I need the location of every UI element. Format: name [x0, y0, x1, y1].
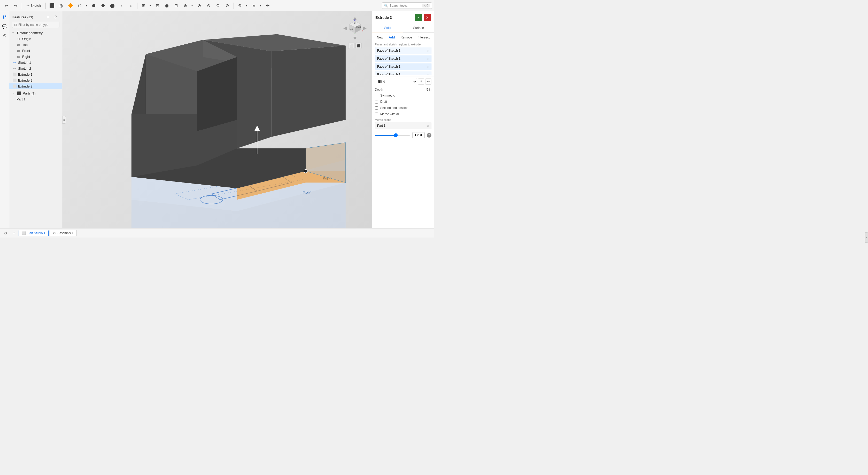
tree-row-sketch2[interactable]: ✏ Sketch 2	[9, 66, 62, 71]
merge-all-checkbox[interactable]	[375, 112, 378, 116]
depth-value: 5 in	[421, 88, 431, 91]
toolbar-icon-10[interactable]: ⊞	[140, 2, 148, 10]
tree-row-part1[interactable]: Part 1	[9, 96, 62, 102]
tree-toggle-parts: ▾	[12, 92, 16, 95]
toolbar-dropdown-3: ⊕ ▾	[181, 2, 194, 10]
edge-handle-dot[interactable]	[304, 169, 307, 173]
symmetric-checkbox[interactable]	[375, 94, 378, 97]
redo-button[interactable]: ↪	[11, 2, 20, 10]
nav-cube[interactable]: Z Left Front Y X Z ⬜ ⬛	[342, 15, 368, 41]
draft-checkbox[interactable]	[375, 100, 378, 104]
toolbar-icon-15[interactable]: ⊗	[195, 2, 204, 10]
tree-row-extrude2[interactable]: ⬜ Extrude 2	[9, 77, 62, 83]
view-cube-btn-1[interactable]: ⬜	[348, 43, 354, 49]
history-icon-button[interactable]: ⏱	[1, 32, 8, 39]
view-cube-btn-2[interactable]: ⬛	[355, 43, 362, 49]
tree-row-default-geometry[interactable]: ▾ Default geometry	[9, 30, 62, 36]
toolbar-icon-7[interactable]: ⬤	[108, 2, 117, 10]
symmetric-label[interactable]: Symmetric	[380, 94, 395, 97]
draft-label[interactable]: Draft	[380, 100, 387, 104]
settings-gear-button[interactable]: ⚙	[2, 230, 9, 237]
nav-arrow-left[interactable]	[343, 27, 347, 30]
tree-row-sketch1[interactable]: ✏ Sketch 1	[9, 60, 62, 66]
tree-row-extrude1[interactable]: ⬜ Extrude 1	[9, 71, 62, 77]
second-end-checkbox[interactable]	[375, 106, 378, 110]
toolbar-separator-4	[234, 3, 234, 9]
tree-row-front[interactable]: ▭ Front	[9, 48, 62, 54]
merge-all-label[interactable]: Merge with all	[380, 112, 399, 116]
toolbar-icon-16[interactable]: ⊘	[205, 2, 213, 10]
filter-input[interactable]	[18, 23, 57, 27]
tab-assembly[interactable]: ⚙ Assembly 1	[50, 230, 77, 236]
toolbar-icon-1[interactable]: ⬛	[48, 2, 56, 10]
toolbar-icon-21[interactable]: ✛	[264, 2, 272, 10]
undo-button[interactable]: ↩	[2, 2, 10, 10]
nav-cube-svg: Z Left Front Y X Z	[342, 15, 368, 41]
tree-label-right: Right	[22, 55, 30, 59]
features-icon-button[interactable]	[1, 13, 8, 21]
panel-cancel-button[interactable]: ✕	[424, 14, 431, 21]
toolbar-icon-8[interactable]: ⬦	[118, 2, 126, 10]
toolbar-icon-4[interactable]: ⬡	[76, 2, 84, 10]
comment-icon-button[interactable]: 💬	[1, 23, 8, 30]
tree-toggle-handle[interactable]: ≡	[62, 116, 66, 124]
toolbar-dropdown-arrow-2[interactable]: ▾	[148, 2, 152, 10]
depth-edit-button[interactable]: ✏	[425, 78, 431, 85]
merge-scope-remove[interactable]: ×	[427, 124, 429, 128]
extrude1-icon: ⬜	[12, 72, 17, 76]
tree-row-origin[interactable]: ⊙ Origin	[9, 36, 62, 42]
tab-surface[interactable]: Surface	[403, 24, 434, 32]
face-remove-3[interactable]: ×	[427, 65, 429, 69]
merge-scope-value: Part 1	[377, 124, 427, 128]
depth-flip-button[interactable]: ⇕	[418, 78, 424, 85]
help-button[interactable]: ?	[427, 133, 431, 138]
preview-slider[interactable]	[375, 135, 410, 136]
toolbar-dropdown-arrow-4[interactable]: ▾	[245, 2, 249, 10]
list-view-button[interactable]: ≡	[62, 116, 66, 124]
search-input[interactable]	[390, 4, 421, 7]
face-remove-1[interactable]: ×	[427, 48, 429, 53]
toolbar-dropdown-arrow-3[interactable]: ▾	[190, 2, 194, 10]
toolbar-icon-12[interactable]: ◉	[163, 2, 171, 10]
subtab-new[interactable]: New	[374, 35, 386, 40]
sketch-button[interactable]: ✏ Sketch	[24, 3, 43, 8]
features-clock-button[interactable]: ⏱	[53, 14, 59, 20]
toolbar-separator-3	[137, 3, 137, 9]
final-button[interactable]: Final	[412, 132, 425, 138]
toolbar-icon-6[interactable]: ⬣	[99, 2, 107, 10]
toolbar-icon-14[interactable]: ⊕	[181, 2, 190, 10]
face-remove-4[interactable]: ×	[427, 72, 429, 75]
depth-type-select[interactable]: Blind	[375, 78, 417, 85]
tab-part-studio[interactable]: ⬜ Part Studio 1	[19, 230, 49, 236]
panel-confirm-button[interactable]: ✓	[415, 14, 422, 21]
tree-row-extrude3[interactable]: ⬜ Extrude 3	[9, 83, 62, 89]
tree-row-parts[interactable]: ▾ ⬛ Parts (1)	[9, 90, 62, 96]
subtab-add[interactable]: Add	[386, 35, 397, 40]
subtab-intersect[interactable]: Intersect	[415, 35, 432, 40]
toolbar-icon-11[interactable]: ⊟	[153, 2, 162, 10]
second-end-label[interactable]: Second end position	[380, 106, 408, 110]
toolbar-icon-9[interactable]: ⬧	[127, 2, 135, 10]
features-header: Features (31) ⏱	[9, 11, 62, 22]
toolbar-icon-13[interactable]: ⊡	[172, 2, 180, 10]
panel-title: Extrude 3	[375, 15, 413, 20]
toolbar-dropdown-arrow-5[interactable]: ▾	[258, 2, 263, 10]
subtab-remove[interactable]: Remove	[398, 35, 414, 40]
tree-row-right[interactable]: ▭ Right	[9, 54, 62, 60]
tab-solid[interactable]: Solid	[372, 24, 403, 32]
toolbar-icon-18[interactable]: ⊚	[223, 2, 231, 10]
face-remove-2[interactable]: ×	[427, 57, 429, 61]
nav-arrow-bottom[interactable]	[353, 37, 357, 40]
toolbar-icon-2[interactable]: ◎	[57, 2, 65, 10]
features-add-button[interactable]	[45, 14, 51, 20]
nav-arrow-right[interactable]	[363, 27, 367, 30]
viewport[interactable]: Front Right	[62, 11, 372, 228]
toolbar-icon-17[interactable]: ⊙	[214, 2, 222, 10]
toolbar-dropdown-arrow-1[interactable]: ▾	[85, 2, 89, 10]
tree-row-top[interactable]: ▭ Top	[9, 42, 62, 48]
toolbar-icon-20[interactable]: ◈	[250, 2, 258, 10]
add-tab-button[interactable]: +	[10, 230, 18, 237]
toolbar-icon-5[interactable]: ⬢	[90, 2, 98, 10]
toolbar-icon-3[interactable]: 🔶	[66, 2, 75, 10]
toolbar-icon-19[interactable]: ⊛	[236, 2, 244, 10]
